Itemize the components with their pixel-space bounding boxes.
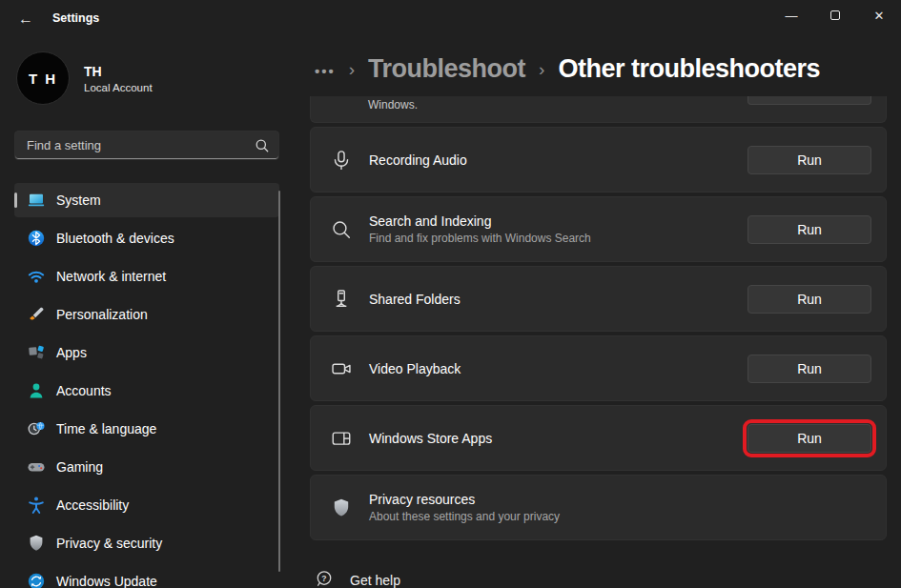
item-title: Privacy resources bbox=[369, 491, 871, 508]
sidebar-nav: System Bluetooth & devices Network & int… bbox=[14, 183, 279, 588]
settings-window: ← Settings — ✕ T H TH Local Account bbox=[0, 0, 901, 588]
svg-text:?: ? bbox=[321, 574, 326, 583]
user-profile: T H TH Local Account bbox=[16, 51, 153, 105]
minimize-icon: — bbox=[786, 9, 798, 23]
run-button[interactable]: Run bbox=[747, 355, 871, 383]
list-item-search-indexing: Search and Indexing Find and fix problem… bbox=[310, 196, 887, 262]
list-item-shared-folders: Shared Folders Run bbox=[310, 266, 887, 332]
sidebar-item-label: Gaming bbox=[56, 459, 103, 475]
get-help-label: Get help bbox=[350, 573, 400, 588]
page-title: Other troubleshooters bbox=[558, 54, 820, 84]
video-camera-icon bbox=[330, 357, 353, 380]
breadcrumb-ellipsis[interactable]: ••• bbox=[315, 59, 336, 79]
privacy-shield-icon bbox=[330, 497, 353, 519]
sidebar-item-time-language[interactable]: Time & language bbox=[14, 412, 279, 446]
account-type: Local Account bbox=[84, 82, 153, 93]
main-content: ••• › Troubleshoot › Other troubleshoote… bbox=[300, 38, 901, 588]
run-button[interactable]: Run bbox=[747, 146, 871, 174]
back-button[interactable]: ← bbox=[13, 8, 38, 30]
item-title: Video Playback bbox=[369, 360, 747, 377]
shield-icon bbox=[27, 534, 46, 553]
run-button-fragment[interactable] bbox=[747, 96, 871, 105]
window-controls: — ✕ bbox=[769, 0, 901, 30]
sidebar-item-system[interactable]: System bbox=[14, 183, 279, 217]
sidebar-item-label: Personalization bbox=[56, 307, 148, 322]
person-icon bbox=[27, 381, 46, 400]
get-help-icon: ? bbox=[315, 569, 334, 588]
microphone-icon bbox=[330, 149, 353, 172]
breadcrumb: ••• › Troubleshoot › Other troubleshoote… bbox=[315, 48, 820, 90]
item-subtitle: Find and fix problems with Windows Searc… bbox=[369, 231, 747, 246]
run-button-highlighted[interactable]: Run bbox=[747, 424, 871, 453]
sidebar-item-bluetooth-devices[interactable]: Bluetooth & devices bbox=[14, 221, 279, 255]
close-icon: ✕ bbox=[874, 9, 885, 23]
search-box bbox=[14, 131, 279, 160]
sidebar-item-label: Bluetooth & devices bbox=[56, 231, 174, 246]
run-button[interactable]: Run bbox=[747, 285, 871, 314]
shared-folders-icon bbox=[330, 288, 353, 311]
user-name: TH bbox=[84, 63, 153, 80]
sidebar: T H TH Local Account System bbox=[0, 38, 300, 588]
titlebar: ← Settings — ✕ bbox=[0, 0, 901, 38]
search-input[interactable] bbox=[15, 132, 250, 159]
clock-globe-icon bbox=[27, 419, 46, 438]
item-subtitle: About these settings and your privacy bbox=[369, 509, 871, 524]
troubleshooter-list: Windows. Recording Audio Run Searc bbox=[310, 96, 887, 588]
system-icon bbox=[27, 191, 46, 210]
store-apps-icon bbox=[330, 427, 353, 450]
update-arrows-icon bbox=[27, 572, 46, 588]
sidebar-item-label: System bbox=[56, 193, 101, 208]
sidebar-scrollbar[interactable] bbox=[278, 191, 280, 572]
maximize-button[interactable] bbox=[813, 0, 857, 30]
gamepad-icon bbox=[27, 457, 46, 476]
item-title: Recording Audio bbox=[369, 152, 747, 169]
sidebar-item-label: Network & internet bbox=[56, 269, 166, 284]
magnifier-icon bbox=[330, 218, 353, 241]
clipped-description: Windows. bbox=[368, 98, 418, 112]
sidebar-item-label: Accounts bbox=[56, 383, 112, 398]
sidebar-item-apps[interactable]: Apps bbox=[14, 335, 279, 370]
chevron-right-icon: › bbox=[539, 57, 544, 80]
maximize-icon bbox=[830, 10, 840, 20]
list-item-windows-store-apps: Windows Store Apps Run bbox=[310, 405, 887, 471]
item-title: Windows Store Apps bbox=[369, 430, 747, 447]
accessibility-person-icon bbox=[27, 496, 46, 515]
sidebar-item-label: Privacy & security bbox=[56, 536, 162, 551]
window-title: Settings bbox=[52, 11, 99, 25]
minimize-button[interactable]: — bbox=[769, 0, 813, 30]
clipped-list-item: Windows. bbox=[310, 96, 887, 123]
search-icon bbox=[255, 138, 270, 157]
sidebar-item-gaming[interactable]: Gaming bbox=[14, 450, 279, 484]
bluetooth-icon bbox=[27, 229, 46, 248]
run-button[interactable]: Run bbox=[747, 215, 871, 244]
item-title: Search and Indexing bbox=[369, 213, 747, 230]
sidebar-item-accounts[interactable]: Accounts bbox=[14, 374, 279, 408]
list-item-recording-audio: Recording Audio Run bbox=[310, 127, 887, 193]
close-button[interactable]: ✕ bbox=[857, 0, 901, 30]
list-item-privacy-resources[interactable]: Privacy resources About these settings a… bbox=[310, 475, 887, 540]
sidebar-item-personalization[interactable]: Personalization bbox=[14, 297, 279, 332]
avatar: T H bbox=[16, 51, 70, 105]
apps-icon bbox=[27, 343, 46, 362]
get-help-link[interactable]: ? Get help bbox=[310, 569, 887, 588]
sidebar-item-accessibility[interactable]: Accessibility bbox=[14, 488, 279, 522]
sidebar-item-label: Time & language bbox=[56, 421, 156, 436]
sidebar-item-windows-update[interactable]: Windows Update bbox=[14, 564, 279, 588]
breadcrumb-parent[interactable]: Troubleshoot bbox=[368, 54, 525, 84]
sidebar-item-label: Windows Update bbox=[56, 574, 157, 588]
sidebar-item-privacy-security[interactable]: Privacy & security bbox=[14, 526, 279, 560]
item-title: Shared Folders bbox=[369, 291, 747, 308]
sidebar-item-label: Accessibility bbox=[56, 497, 129, 513]
sidebar-item-network-internet[interactable]: Network & internet bbox=[14, 259, 279, 294]
back-arrow-icon: ← bbox=[18, 10, 33, 28]
sidebar-item-label: Apps bbox=[56, 345, 87, 360]
chevron-right-icon: › bbox=[349, 57, 355, 80]
wifi-icon bbox=[27, 267, 46, 286]
list-item-video-playback: Video Playback Run bbox=[310, 335, 887, 401]
paintbrush-icon bbox=[27, 305, 46, 324]
